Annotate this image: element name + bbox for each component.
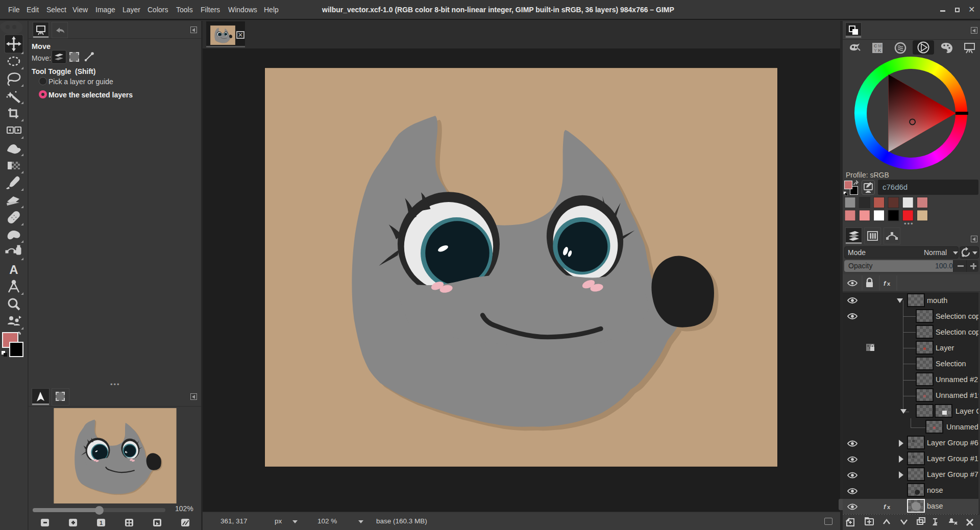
svg-text:x: x [887,504,891,510]
svg-text:A: A [9,263,18,276]
svg-text:f: f [884,503,887,511]
svg-text:f: f [884,280,887,287]
svg-text:x: x [887,281,891,287]
svg-text:Y: Y [874,48,877,53]
svg-text:K: K [878,48,881,53]
svg-text:1: 1 [100,520,103,526]
